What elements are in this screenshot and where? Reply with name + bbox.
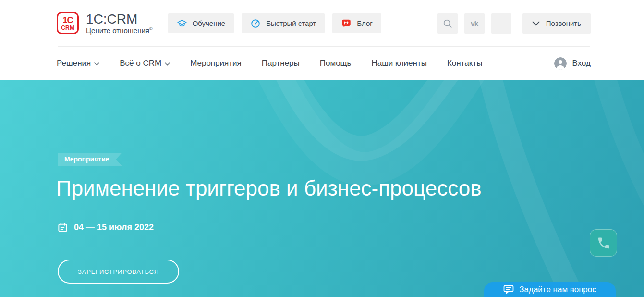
blog-label: Блог bbox=[357, 19, 372, 27]
logo-title: 1C:CRM bbox=[86, 12, 153, 26]
search-icon bbox=[442, 18, 453, 29]
empty-icon-button[interactable] bbox=[491, 13, 511, 34]
logo[interactable]: 1С CRM 1C:CRM Цените отношения© bbox=[57, 12, 153, 34]
chevron-down-icon bbox=[94, 62, 99, 66]
call-button[interactable]: Позвонить bbox=[522, 13, 591, 34]
logo-tagline: Цените отношения© bbox=[86, 26, 153, 35]
login-label: Вход bbox=[572, 59, 591, 68]
register-button[interactable]: ЗАРЕГИСТРИРОВАТЬСЯ bbox=[58, 260, 179, 284]
header-actions: vk Позвонить bbox=[437, 13, 591, 34]
chevron-down-icon bbox=[165, 62, 170, 66]
header: 1С CRM 1C:CRM Цените отношения© Обучение bbox=[0, 0, 644, 47]
logo-badge-line1: 1С bbox=[62, 16, 73, 25]
chevron-down-icon bbox=[532, 21, 540, 26]
login-button[interactable]: Вход bbox=[554, 57, 591, 70]
phone-icon bbox=[596, 236, 611, 250]
logo-badge-line2: CRM bbox=[61, 25, 74, 31]
blog-button[interactable]: Блог bbox=[332, 13, 381, 33]
calendar-icon bbox=[57, 222, 68, 233]
nav-item-events[interactable]: Мероприятия bbox=[190, 59, 242, 68]
chat-label: Задайте нам вопрос bbox=[519, 285, 596, 297]
user-icon bbox=[554, 57, 567, 70]
nav-item-help[interactable]: Помощь bbox=[320, 59, 352, 68]
training-button[interactable]: Обучение bbox=[168, 13, 234, 33]
hero-banner: Мероприятие Применение триггеров и бизне… bbox=[0, 80, 644, 297]
quick-links: Обучение Быстрый старт Блог bbox=[168, 13, 381, 33]
chat-icon bbox=[503, 285, 514, 295]
phone-fab-button[interactable] bbox=[590, 229, 617, 257]
logo-badge-icon: 1С CRM bbox=[57, 12, 79, 34]
call-label: Позвонить bbox=[546, 19, 581, 27]
nav-item-our-clients[interactable]: Наши клиенты bbox=[371, 59, 426, 68]
speedometer-icon bbox=[250, 18, 261, 29]
quick-start-label: Быстрый старт bbox=[266, 19, 316, 27]
blog-icon bbox=[341, 18, 352, 29]
vk-social-button[interactable]: vk bbox=[464, 13, 485, 34]
graduation-cap-icon bbox=[177, 18, 187, 29]
vk-icon: vk bbox=[471, 19, 478, 27]
main-nav: Решения Всё о CRM Мероприятия Партнеры П… bbox=[57, 47, 591, 80]
quick-start-button[interactable]: Быстрый старт bbox=[242, 13, 325, 33]
chat-widget-button[interactable]: Задайте нам вопрос bbox=[484, 282, 616, 297]
event-date: 04 — 15 июля 2022 bbox=[57, 222, 154, 233]
nav-item-all-about-crm[interactable]: Всё о CRM bbox=[120, 59, 170, 68]
nav-item-solutions[interactable]: Решения bbox=[57, 59, 99, 68]
training-label: Обучение bbox=[193, 19, 226, 27]
nav-item-partners[interactable]: Партнеры bbox=[262, 59, 300, 68]
search-button[interactable] bbox=[437, 13, 458, 34]
event-type-badge: Мероприятие bbox=[58, 153, 122, 166]
event-date-label: 04 — 15 июля 2022 bbox=[74, 223, 154, 233]
copyright-mark: © bbox=[149, 26, 153, 31]
page-title: Применение триггеров и бизнес-процессов bbox=[56, 177, 482, 200]
logo-text: 1C:CRM Цените отношения© bbox=[86, 12, 153, 34]
nav-item-contacts[interactable]: Контакты bbox=[447, 59, 482, 68]
